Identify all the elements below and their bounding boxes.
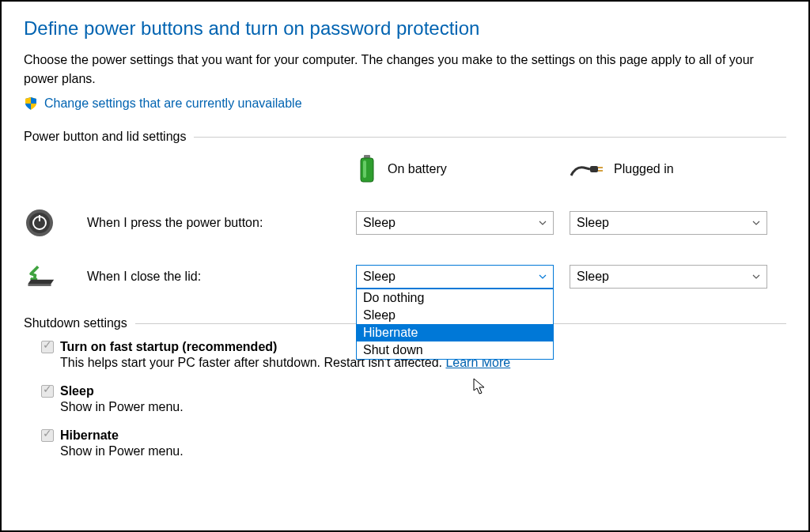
close-lid-battery-dropdown: Do nothing Sleep Hibernate Shut down bbox=[356, 289, 554, 360]
fast-startup-checkbox[interactable] bbox=[41, 341, 54, 353]
chevron-down-icon bbox=[752, 219, 760, 227]
dropdown-item-do-nothing[interactable]: Do nothing bbox=[357, 289, 553, 307]
hibernate-checkbox[interactable] bbox=[41, 429, 54, 442]
power-button-plugged-select[interactable]: Sleep bbox=[570, 211, 767, 235]
sleep-item: Sleep Show in Power menu. bbox=[41, 384, 786, 414]
select-value: Sleep bbox=[577, 270, 609, 284]
chevron-down-icon bbox=[539, 219, 547, 227]
select-value: Sleep bbox=[577, 216, 609, 230]
sleep-desc: Show in Power menu. bbox=[60, 400, 786, 414]
select-value: Sleep bbox=[363, 270, 396, 284]
svg-rect-4 bbox=[598, 167, 603, 168]
battery-icon bbox=[356, 153, 378, 185]
svg-rect-5 bbox=[598, 170, 603, 172]
svg-rect-3 bbox=[590, 166, 598, 172]
change-settings-link[interactable]: Change settings that are currently unava… bbox=[44, 96, 302, 111]
select-value: Sleep bbox=[363, 216, 396, 230]
hibernate-desc: Show in Power menu. bbox=[60, 444, 786, 458]
admin-link-row: Change settings that are currently unava… bbox=[24, 96, 786, 111]
dropdown-item-shut-down[interactable]: Shut down bbox=[357, 341, 553, 359]
close-lid-plugged-select[interactable]: Sleep bbox=[570, 265, 767, 289]
section-power-lid: Power button and lid settings bbox=[24, 130, 786, 144]
intro-text: Choose the power settings that you want … bbox=[24, 51, 786, 89]
chevron-down-icon bbox=[752, 273, 760, 281]
power-button-battery-select[interactable]: Sleep bbox=[356, 211, 554, 235]
svg-rect-9 bbox=[39, 215, 40, 221]
power-button-icon bbox=[24, 207, 55, 239]
svg-rect-2 bbox=[363, 160, 366, 178]
close-lid-icon bbox=[24, 261, 55, 292]
close-lid-battery-select[interactable]: Sleep Do nothing Sleep Hibernate Shut do… bbox=[356, 265, 554, 289]
power-button-label: When I press the power button: bbox=[87, 216, 340, 230]
col-plugged-header: Plugged in bbox=[570, 160, 767, 179]
dropdown-item-hibernate[interactable]: Hibernate bbox=[357, 324, 553, 341]
power-lid-grid: On battery Plugged in When I press the p… bbox=[24, 153, 786, 292]
plug-icon bbox=[570, 160, 604, 179]
col-plugged-label: Plugged in bbox=[614, 162, 674, 176]
hibernate-label: Hibernate bbox=[60, 428, 119, 443]
svg-rect-1 bbox=[361, 158, 373, 182]
shield-icon bbox=[24, 96, 38, 111]
chevron-down-icon bbox=[539, 273, 547, 281]
fast-startup-label: Turn on fast startup (recommended) bbox=[60, 340, 277, 354]
close-lid-label: When I close the lid: bbox=[87, 270, 340, 284]
sleep-checkbox[interactable] bbox=[41, 385, 54, 398]
col-battery-header: On battery bbox=[356, 153, 554, 185]
sleep-label: Sleep bbox=[60, 384, 94, 398]
dropdown-item-sleep[interactable]: Sleep bbox=[357, 307, 553, 324]
page-title: Define power buttons and turn on passwor… bbox=[24, 17, 786, 40]
hibernate-item: Hibernate Show in Power menu. bbox=[41, 428, 786, 458]
svg-rect-0 bbox=[364, 155, 370, 158]
col-battery-label: On battery bbox=[388, 162, 447, 176]
cursor-icon bbox=[473, 378, 487, 395]
